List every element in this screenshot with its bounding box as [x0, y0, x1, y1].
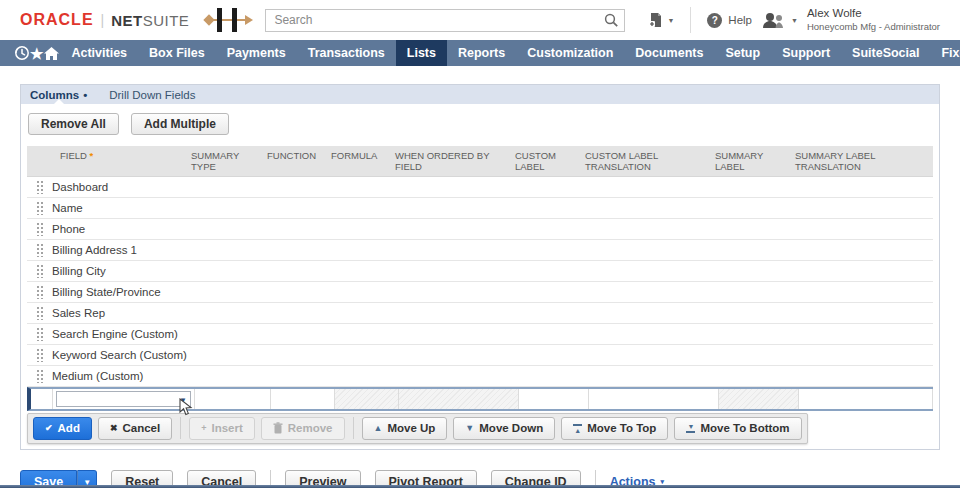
company-logo-bar	[232, 8, 237, 32]
field-name: Billing City	[49, 265, 933, 277]
drag-handle-icon[interactable]	[36, 285, 43, 299]
recent-records-icon[interactable]	[14, 40, 30, 66]
plus-icon: +	[201, 423, 206, 433]
field-name: Medium (Custom)	[49, 370, 933, 382]
nav-item-documents[interactable]: Documents	[624, 40, 714, 66]
trash-icon	[273, 422, 283, 434]
required-marker: *	[90, 150, 94, 161]
cancel-line-button[interactable]: ✖Cancel	[98, 417, 172, 440]
global-search	[265, 9, 625, 32]
move-to-top-button[interactable]: ▲Move To Top	[561, 417, 668, 440]
remove-button[interactable]: Remove	[261, 417, 345, 440]
nav-item-setup[interactable]: Setup	[714, 40, 771, 66]
netsuite-logo-bold: NET	[111, 12, 143, 29]
field-name: Keyword Search (Custom)	[49, 349, 933, 361]
nav-item-payments[interactable]: Payments	[216, 40, 297, 66]
insert-button[interactable]: +Insert	[189, 417, 255, 440]
nav-item-support[interactable]: Support	[771, 40, 841, 66]
drag-handle-icon[interactable]	[36, 222, 43, 236]
new-column-edit-row: ▼	[27, 387, 933, 411]
oracle-logo: ORACLE	[20, 11, 94, 29]
edit-function-cell[interactable]	[271, 389, 335, 409]
create-new-menu[interactable]: ▼	[648, 12, 674, 28]
field-name: Billing State/Province	[49, 286, 933, 298]
move-down-button-label: Move Down	[479, 422, 543, 434]
home-icon[interactable]	[43, 40, 60, 66]
columns-panel-body: Remove All Add Multiple FIELD * SUMMARY …	[21, 104, 939, 449]
edit-summary-label-cell-disabled	[719, 389, 799, 409]
main-nav-bar: ★ Activities Box Files Payments Transact…	[0, 40, 960, 66]
search-icon[interactable]	[604, 13, 619, 32]
add-multiple-button[interactable]: Add Multiple	[131, 113, 229, 135]
arrow-to-top-icon: ▲	[573, 423, 582, 434]
field-name: Search Engine (Custom)	[49, 328, 933, 340]
user-menu[interactable]: ▼ Alex Wolfe Honeycomb Mfg - Administrat…	[762, 7, 940, 32]
table-row: Medium (Custom)	[27, 366, 933, 387]
arrow-up-icon: ▲	[374, 423, 383, 433]
add-button[interactable]: ✔Add	[33, 417, 92, 440]
table-row: Keyword Search (Custom)	[27, 345, 933, 366]
user-role: Honeycomb Mfg - Administrator	[807, 21, 940, 32]
avatar-icon	[762, 11, 786, 29]
nav-item-lists[interactable]: Lists	[396, 40, 447, 66]
edit-handle-cell	[31, 389, 53, 409]
drag-handle-icon[interactable]	[36, 264, 43, 278]
drag-handle-icon[interactable]	[36, 348, 43, 362]
column-actions: Remove All Add Multiple	[28, 113, 933, 135]
nav-item-reports[interactable]: Reports	[447, 40, 516, 66]
table-row: Name	[27, 198, 933, 219]
drag-handle-icon[interactable]	[36, 243, 43, 257]
col-header-custom-label: CUSTOM LABEL	[515, 150, 585, 173]
move-to-top-button-label: Move To Top	[587, 422, 656, 434]
table-row: Billing State/Province	[27, 282, 933, 303]
shortcuts-star-icon[interactable]: ★	[30, 40, 43, 66]
move-to-bottom-button[interactable]: ▼Move To Bottom	[674, 417, 801, 440]
nav-item-box-files[interactable]: Box Files	[138, 40, 216, 66]
logo-separator: |	[101, 12, 105, 28]
col-header-custom-label-translation: CUSTOM LABEL TRANSLATION	[585, 150, 715, 173]
company-logo-arrow	[245, 15, 253, 25]
remove-all-button[interactable]: Remove All	[28, 113, 119, 135]
remove-button-label: Remove	[288, 422, 333, 434]
drag-handle-icon[interactable]	[36, 180, 43, 194]
field-select[interactable]: ▼	[56, 391, 191, 407]
check-icon: ✔	[45, 423, 53, 433]
field-name: Billing Address 1	[49, 244, 933, 256]
add-button-label: Add	[58, 422, 80, 434]
help-menu[interactable]: ? Help	[707, 13, 752, 28]
move-to-bottom-button-label: Move To Bottom	[700, 422, 789, 434]
drag-handle-icon[interactable]	[36, 201, 43, 215]
col-header-when-ordered: WHEN ORDERED BY FIELD	[395, 150, 515, 173]
tab-columns-label: Columns	[30, 89, 79, 101]
arrow-to-bottom-icon: ▼	[686, 423, 695, 434]
chevron-down-icon: ▼	[667, 17, 674, 24]
edit-summary-label-translation-cell[interactable]	[799, 389, 933, 409]
edit-custom-label-translation-cell[interactable]	[589, 389, 719, 409]
drag-handle-icon[interactable]	[36, 369, 43, 383]
move-up-button[interactable]: ▲Move Up	[362, 417, 448, 440]
field-name: Dashboard	[49, 181, 933, 193]
star-glyph: ★	[30, 46, 43, 61]
move-down-button[interactable]: ▼Move Down	[453, 417, 555, 440]
tab-drill-down-fields[interactable]: Drill Down Fields	[109, 85, 195, 104]
company-logo-bar	[217, 8, 222, 32]
mouse-cursor	[179, 398, 193, 416]
nav-item-activities[interactable]: Activities	[60, 40, 138, 66]
nav-item-transactions[interactable]: Transactions	[297, 40, 396, 66]
edit-custom-label-cell[interactable]	[519, 389, 589, 409]
table-row: Dashboard	[27, 177, 933, 198]
help-icon: ?	[707, 13, 722, 28]
edit-summary-type-cell[interactable]	[195, 389, 271, 409]
chevron-down-icon: ▼	[791, 17, 798, 24]
nav-item-fixed-assets[interactable]: Fixed Assets	[930, 40, 960, 66]
nav-item-customization[interactable]: Customization	[516, 40, 624, 66]
tab-columns[interactable]: Columns •	[30, 85, 87, 104]
table-header-row: FIELD * SUMMARY TYPE FUNCTION FORMULA WH…	[27, 146, 933, 177]
search-input[interactable]	[265, 9, 625, 32]
drag-handle-icon[interactable]	[36, 306, 43, 320]
drag-handle-icon[interactable]	[36, 327, 43, 341]
nav-item-suitesocial[interactable]: SuiteSocial	[841, 40, 930, 66]
toolbar-divider	[180, 417, 181, 439]
col-header-field: FIELD *	[49, 150, 191, 161]
col-header-summary-type: SUMMARY TYPE	[191, 150, 267, 173]
